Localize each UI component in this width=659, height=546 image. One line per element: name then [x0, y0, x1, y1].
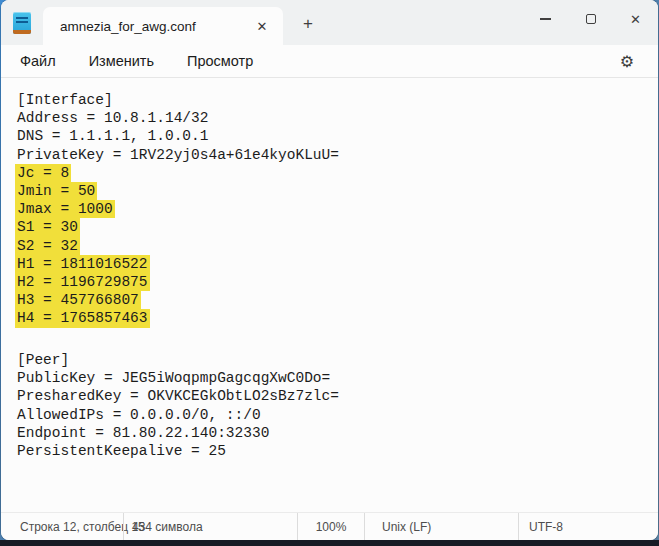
close-icon: ✕ [630, 13, 641, 26]
editor-line: Jmin = 50 [17, 182, 650, 200]
notepad-app-icon [13, 12, 31, 34]
close-button[interactable]: ✕ [613, 0, 658, 38]
editor-line: PrivateKey = 1RV22yj0s4a+61e4kyoKLuU= [17, 146, 650, 164]
editor-line: AllowedIPs = 0.0.0.0/0, ::/0 [17, 406, 650, 424]
maximize-icon [586, 14, 596, 24]
editor-line: Jc = 8 [17, 164, 650, 182]
menu-bar: Файл Изменить Просмотр ⚙ [1, 45, 658, 78]
editor-text-area[interactable]: [Interface] Address = 10.8.1.14/32 DNS =… [1, 78, 658, 512]
notepad-window: amnezia_for_awg.conf ✕ + ✕ Файл Изменить… [1, 0, 658, 540]
editor-line: Address = 10.8.1.14/32 [17, 109, 650, 127]
menu-items: Файл Изменить Просмотр [9, 49, 275, 73]
status-cursor-position: Строка 12, столбец 15 [1, 513, 123, 540]
editor-line: Jmax = 1000 [17, 200, 650, 218]
app-icon-cell [1, 0, 43, 45]
status-zoom-level[interactable]: 100% [297, 513, 364, 540]
status-line-ending: Unix (LF) [364, 513, 518, 540]
document-tab[interactable]: amnezia_for_awg.conf ✕ [43, 7, 283, 45]
editor-line: PresharedKey = OKVKCEGkObtLO2sBz7zlc= [17, 387, 650, 405]
title-bar[interactable]: amnezia_for_awg.conf ✕ + ✕ [1, 0, 658, 45]
minimize-icon [540, 18, 551, 19]
status-bar: Строка 12, столбец 15 434 символа 100% U… [1, 512, 658, 540]
editor-line: DNS = 1.1.1.1, 1.0.0.1 [17, 127, 650, 145]
new-tab-button[interactable]: + [291, 9, 325, 39]
editor-line: [Interface] [17, 91, 650, 109]
editor-line: S1 = 30 [17, 218, 650, 236]
tab-close-icon[interactable]: ✕ [249, 13, 275, 39]
menu-item[interactable]: Файл [9, 49, 67, 73]
editor-line [17, 328, 650, 351]
status-encoding: UTF-8 [518, 513, 658, 540]
settings-gear-icon[interactable]: ⚙ [610, 48, 644, 74]
desktop-background: amnezia_for_awg.conf ✕ + ✕ Файл Изменить… [0, 0, 659, 546]
menu-item[interactable]: Просмотр [176, 49, 264, 73]
titlebar-drag-area[interactable] [325, 0, 523, 45]
taskbar-edge [0, 540, 659, 546]
menu-item[interactable]: Изменить [78, 49, 165, 73]
minimize-button[interactable] [523, 0, 568, 38]
editor-line: H2 = 1196729875 [17, 273, 650, 291]
editor-line: H1 = 1811016522 [17, 255, 650, 273]
maximize-button[interactable] [568, 0, 613, 38]
tab-title: amnezia_for_awg.conf [60, 19, 245, 34]
window-controls: ✕ [523, 0, 658, 45]
editor-line: H4 = 1765857463 [17, 309, 650, 327]
editor-line: PersistentKeepalive = 25 [17, 442, 650, 460]
editor-line: H3 = 457766807 [17, 291, 650, 309]
editor-line: Endpoint = 81.80.22.140:32330 [17, 424, 650, 442]
editor-line: S2 = 32 [17, 237, 650, 255]
status-char-count: 434 символа [123, 513, 297, 540]
editor-line: PublicKey = JEG5iWoqpmpGagcqgXwC0Do= [17, 369, 650, 387]
editor-line: [Peer] [17, 351, 650, 369]
